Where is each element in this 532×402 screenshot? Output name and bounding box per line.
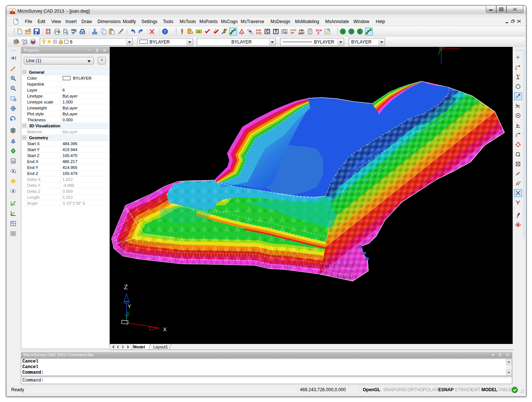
svg-text:E: E (359, 29, 361, 34)
svg-text:P: P (247, 29, 249, 31)
svg-text:+P: +P (291, 31, 295, 35)
svg-text:T: T (275, 29, 277, 34)
svg-text:PTS: PTS (256, 32, 262, 35)
svg-text:X: X (163, 326, 167, 332)
svg-text:DEFT: DEFT (299, 32, 305, 35)
svg-text:C: C (266, 29, 269, 34)
svg-text:100: 100 (197, 31, 201, 33)
svg-text:Z: Z (124, 284, 128, 291)
svg-text:?: ? (164, 29, 166, 34)
svg-text:N: N (342, 29, 344, 34)
svg-text:Y: Y (128, 303, 131, 309)
svg-text:A: A (241, 32, 243, 35)
svg-text:D: D (350, 29, 353, 34)
svg-text:Z: Z (317, 31, 319, 35)
